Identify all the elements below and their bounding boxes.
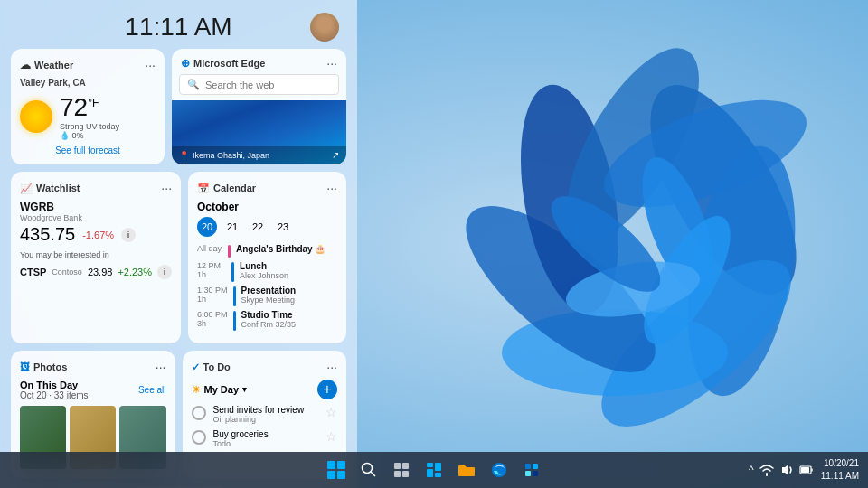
cloud-icon: ☁	[20, 59, 31, 71]
calendar-title: 📅 Calendar	[197, 183, 256, 194]
cal-day-23[interactable]: 23	[273, 217, 293, 237]
taskbar-edge-button[interactable]	[485, 455, 514, 484]
weather-location: Valley Park, CA	[20, 78, 156, 88]
todo-title: ✓ To Do	[192, 361, 231, 373]
taskbar-right: ^ 10/20/21 11:11 AM	[749, 457, 859, 483]
battery-icon	[799, 463, 814, 477]
calendar-widget: 📅 Calendar ··· October 20 21	[188, 172, 346, 343]
svg-rect-27	[533, 471, 538, 476]
calendar-days: 20 21 22 23	[197, 217, 337, 237]
sub-company: Contoso	[52, 267, 82, 277]
photos-more-button[interactable]: ···	[156, 360, 166, 374]
calendar-icon: 📅	[197, 183, 210, 194]
svg-rect-19	[427, 463, 433, 467]
photos-icon: 🖼	[20, 361, 30, 372]
photos-subtitle-row: On This Day Oct 20 · 33 items See all	[20, 380, 166, 400]
cal-day-22[interactable]: 22	[248, 217, 268, 237]
main-info-icon[interactable]: i	[121, 228, 136, 242]
chevron-up-icon[interactable]: ^	[749, 464, 754, 476]
svg-rect-18	[402, 471, 409, 477]
presentation-bar	[233, 286, 236, 306]
cal-day-21[interactable]: 21	[222, 217, 242, 237]
taskbar-explorer-button[interactable]	[452, 455, 481, 484]
windows-logo-icon	[327, 461, 345, 479]
todo-checkbox-2[interactable]	[192, 430, 206, 445]
taskbar-taskview-button[interactable]	[387, 455, 416, 484]
todo-header-row: ☀ My Day ▾ +	[192, 380, 338, 399]
sun-small-icon: ☀	[192, 384, 201, 396]
todo-sub-2: Todo	[213, 439, 319, 448]
svg-rect-22	[435, 473, 441, 477]
todo-text-1: Send invites for review	[213, 405, 319, 415]
cal-day-20[interactable]: 20	[197, 217, 217, 237]
main-company: Woodgrove Bank	[20, 213, 172, 222]
main-change: -1.67%	[82, 230, 114, 240]
svg-rect-26	[525, 471, 531, 476]
photos-date: Oct 20 · 33 items	[20, 390, 89, 400]
watchlist-title: 📈 Watchlist	[20, 183, 80, 194]
svg-rect-25	[533, 464, 538, 469]
todo-add-button[interactable]: +	[317, 380, 337, 399]
user-avatar[interactable]	[310, 13, 339, 42]
svg-rect-24	[525, 464, 531, 469]
taskbar-widgets-button[interactable]	[420, 455, 448, 484]
edge-search-bar[interactable]: 🔍	[179, 74, 339, 95]
edge-location-icon: 📍	[179, 151, 189, 160]
svg-rect-17	[394, 471, 401, 477]
weather-widget-title: ☁ Weather	[20, 59, 73, 71]
birthday-bar	[228, 245, 231, 258]
clock-date: 10/20/21	[824, 457, 859, 470]
sub-ticker: CTSP	[20, 267, 46, 277]
taskbar-windows-button[interactable]	[322, 455, 351, 484]
edge-image: 📍 Ikema Ohashi, Japan ↗	[172, 100, 346, 164]
second-widgets-row: 📈 Watchlist ··· WGRB Woodgrove Bank 435.…	[11, 172, 346, 343]
todo-more-button[interactable]: ···	[326, 360, 337, 374]
edge-widget: ⊕ Microsoft Edge ··· 🔍 📍 Ikema Ohash	[172, 49, 346, 164]
svg-rect-16	[402, 463, 409, 469]
search-icon	[361, 462, 377, 478]
cal-event-lunch: 12 PM 1h Lunch Alex Johnson	[197, 261, 337, 282]
todo-my-day-label[interactable]: ☀ My Day ▾	[192, 384, 248, 396]
taskbar: ^ 10/20/21 11:11 AM	[0, 452, 868, 488]
svg-rect-21	[427, 469, 433, 477]
file-explorer-icon	[458, 462, 476, 478]
todo-checkbox-1[interactable]	[192, 406, 206, 420]
chart-icon: 📈	[20, 183, 33, 194]
edge-expand-icon[interactable]: ↗	[332, 150, 339, 160]
top-widgets-row: ☁ Weather ··· Valley Park, CA 72 °F	[11, 49, 346, 164]
cal-day-num-21: 21	[222, 217, 242, 237]
cal-event-birthday: All day Angela's Birthday 🎂	[197, 244, 337, 258]
sun-icon	[20, 100, 52, 133]
taskbar-search-button[interactable]	[354, 455, 383, 484]
sub-info-icon[interactable]: i	[157, 265, 172, 279]
edge-search-input[interactable]	[205, 80, 331, 90]
edge-widget-title: ⊕ Microsoft Edge	[181, 57, 265, 70]
widgets-panel: 11:11 AM ☁ Weather ···	[0, 0, 357, 488]
todo-item-2: Buy groceries Todo ☆	[192, 429, 338, 448]
watchlist-more-button[interactable]: ···	[161, 181, 172, 195]
todo-sub-1: Oil planning	[213, 415, 319, 424]
taskbar-clock[interactable]: 10/20/21 11:11 AM	[821, 457, 859, 483]
cal-day-num-22: 22	[248, 217, 268, 237]
cal-event-presentation: 1:30 PM 1h Presentation Skype Meeting	[197, 286, 337, 306]
weather-temp: 72	[60, 93, 88, 122]
todo-star-1[interactable]: ☆	[326, 405, 337, 419]
edge-location-overlay: 📍 Ikema Ohashi, Japan ↗	[172, 146, 346, 164]
weather-more-button[interactable]: ···	[145, 58, 156, 72]
main-stock: WGRB Woodgrove Bank 435.75 -1.67% i	[20, 201, 172, 245]
weather-forecast-link[interactable]: See full forecast	[20, 145, 156, 155]
edge-more-button[interactable]: ···	[326, 56, 337, 70]
interest-label: You may be interested in	[20, 250, 172, 259]
studio-bar	[233, 311, 236, 331]
photos-see-all-link[interactable]: See all	[138, 385, 166, 395]
svg-rect-20	[435, 463, 441, 471]
cal-day-num-20: 20	[197, 217, 217, 237]
taskbar-store-button[interactable]	[517, 455, 546, 484]
widgets-header: 11:11 AM	[0, 0, 357, 49]
desktop: 11:11 AM ☁ Weather ···	[0, 0, 868, 488]
todo-icon: ✓	[192, 361, 200, 373]
svg-line-14	[371, 472, 375, 476]
calendar-more-button[interactable]: ···	[326, 181, 337, 195]
sub-stock: CTSP Contoso 23.98 +2.23% i	[20, 263, 172, 281]
todo-star-2[interactable]: ☆	[326, 429, 337, 444]
